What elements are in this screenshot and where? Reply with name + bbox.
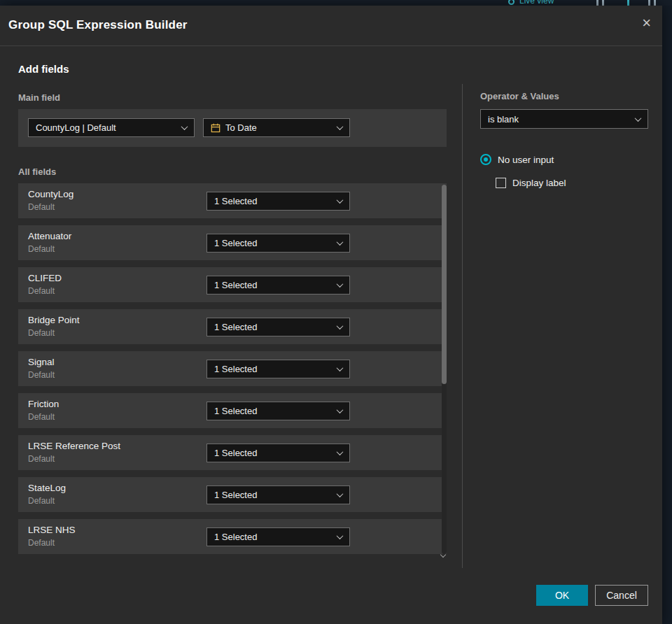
field-row: CLIFED Default 1 Selected (18, 267, 447, 302)
all-fields-label: All fields (18, 166, 56, 177)
chevron-down-icon (635, 115, 642, 122)
calendar-icon (211, 123, 220, 133)
backdrop-app-bar: Live view (0, 0, 672, 6)
field-sublabel: Default (28, 202, 55, 212)
date-option-select-value: To Date (225, 122, 332, 133)
radio-selected-icon (480, 154, 491, 165)
chevron-down-icon (337, 239, 344, 246)
chevron-down-icon (337, 490, 344, 497)
live-view-toggle-icon (508, 0, 514, 5)
add-fields-heading: Add fields (18, 63, 69, 75)
vertical-divider (462, 84, 463, 568)
chevron-down-icon (337, 123, 344, 130)
field-sublabel: Default (28, 412, 55, 422)
ok-button[interactable]: OK (536, 585, 588, 606)
chevron-down-icon (337, 322, 344, 329)
operator-values-label: Operator & Values (480, 91, 559, 101)
main-field-select-value: CountyLog | Default (36, 122, 177, 133)
field-name: Friction (28, 399, 59, 409)
backdrop-icon (648, 0, 650, 6)
dialog-header: Group SQL Expression Builder × (0, 6, 662, 46)
fields-scrollbar-track[interactable] (442, 185, 447, 554)
field-sublabel: Default (28, 328, 55, 338)
field-selected-dropdown[interactable]: 1 Selected (206, 485, 350, 504)
main-field-label: Main field (18, 92, 60, 103)
field-name: Bridge Point (28, 315, 80, 325)
field-row: LRSE NHS Default 1 Selected (18, 519, 447, 554)
field-sublabel: Default (28, 496, 55, 506)
cancel-button[interactable]: Cancel (595, 585, 648, 606)
chevron-down-icon (337, 281, 344, 288)
no-user-input-label: No user input (498, 155, 554, 165)
field-name: LRSE Reference Post (28, 441, 120, 451)
display-label-checkbox[interactable]: Display label (496, 178, 566, 188)
close-icon[interactable]: × (642, 15, 651, 31)
backdrop-icon (602, 0, 604, 6)
field-selected-value: 1 Selected (214, 196, 332, 206)
field-row: StateLog Default 1 Selected (18, 477, 447, 512)
field-name: Attenuator (28, 231, 71, 241)
field-selected-value: 1 Selected (214, 322, 332, 332)
chevron-down-icon (181, 123, 188, 130)
field-selected-dropdown[interactable]: 1 Selected (206, 402, 350, 420)
field-sublabel: Default (28, 286, 55, 296)
operator-select-value: is blank (488, 114, 631, 125)
field-row: Friction Default 1 Selected (18, 393, 447, 428)
field-selected-dropdown[interactable]: 1 Selected (206, 276, 350, 295)
backdrop-icon (654, 0, 656, 6)
field-row: Signal Default 1 Selected (18, 351, 447, 386)
scroll-down-icon[interactable] (440, 552, 446, 558)
date-option-select[interactable]: To Date (203, 118, 350, 137)
field-selected-dropdown[interactable]: 1 Selected (206, 527, 350, 546)
field-name: LRSE NHS (28, 525, 76, 535)
chevron-down-icon (337, 197, 344, 204)
checkbox-unchecked-icon (496, 178, 506, 188)
live-view-label: Live view (519, 0, 554, 6)
field-row: LRSE Reference Post Default 1 Selected (18, 435, 447, 470)
group-sql-expression-builder-dialog: Group SQL Expression Builder × Add field… (0, 6, 662, 624)
main-field-select[interactable]: CountyLog | Default (28, 118, 195, 137)
field-selected-value: 1 Selected (214, 280, 332, 290)
dialog-title: Group SQL Expression Builder (8, 18, 188, 32)
chevron-down-icon (337, 364, 344, 371)
field-selected-value: 1 Selected (214, 364, 332, 374)
operator-select[interactable]: is blank (480, 109, 648, 129)
field-row: Bridge Point Default 1 Selected (18, 309, 447, 344)
field-sublabel: Default (28, 244, 55, 254)
all-fields-list: CountyLog Default 1 Selected Attenuator … (18, 183, 447, 554)
field-name: CountyLog (28, 189, 74, 199)
backdrop-icon (596, 0, 598, 6)
field-sublabel: Default (28, 370, 55, 380)
field-selected-dropdown[interactable]: 1 Selected (206, 234, 350, 253)
chevron-down-icon (337, 406, 344, 413)
field-row: Attenuator Default 1 Selected (18, 225, 447, 260)
field-selected-dropdown[interactable]: 1 Selected (206, 360, 350, 378)
field-sublabel: Default (28, 454, 55, 464)
field-row: CountyLog Default 1 Selected (18, 183, 447, 218)
field-selected-dropdown[interactable]: 1 Selected (206, 318, 350, 336)
field-selected-value: 1 Selected (214, 490, 332, 500)
field-selected-value: 1 Selected (214, 532, 332, 542)
no-user-input-radio[interactable]: No user input (480, 154, 554, 165)
field-sublabel: Default (28, 538, 55, 548)
backdrop-icon (627, 0, 629, 6)
field-name: CLIFED (28, 273, 62, 283)
main-field-panel: CountyLog | Default To Date (18, 109, 447, 147)
field-name: StateLog (28, 483, 66, 493)
fields-scrollbar-thumb[interactable] (442, 185, 447, 384)
chevron-down-icon (337, 448, 344, 455)
display-label-label: Display label (512, 178, 566, 188)
field-selected-value: 1 Selected (214, 448, 332, 458)
field-name: Signal (28, 357, 55, 367)
field-selected-dropdown[interactable]: 1 Selected (206, 444, 350, 462)
field-selected-dropdown[interactable]: 1 Selected (206, 192, 350, 211)
chevron-down-icon (337, 532, 344, 539)
backdrop-right-strip (662, 6, 672, 624)
field-selected-value: 1 Selected (214, 238, 332, 248)
field-selected-value: 1 Selected (214, 406, 332, 416)
